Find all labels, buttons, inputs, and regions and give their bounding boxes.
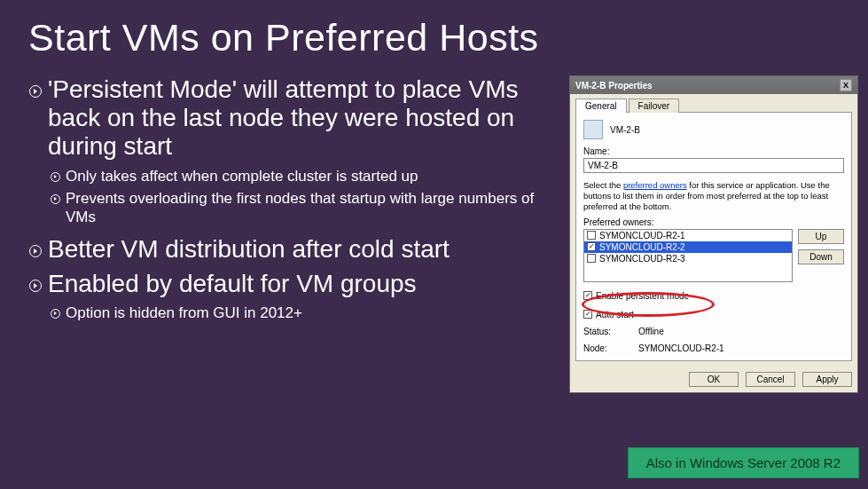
node-label: Node: xyxy=(583,343,621,353)
checkbox-icon[interactable]: ✓ xyxy=(583,291,592,300)
persistent-mode-row[interactable]: ✓ Enable persistent mode xyxy=(583,291,844,301)
arrow-circle-icon xyxy=(50,193,60,204)
bullet-3: Enabled by default for VM groups xyxy=(28,270,560,298)
tab-failover[interactable]: Failover xyxy=(629,99,680,113)
tab-strip: General Failover xyxy=(570,94,857,112)
help-pre: Select the xyxy=(583,180,623,190)
arrow-circle-icon xyxy=(28,84,43,99)
vm-icon xyxy=(583,120,603,139)
persistent-mode-label: Enable persistent mode xyxy=(596,291,689,301)
tab-body-general: VM-2-B Name: Select the preferred owners… xyxy=(575,112,852,361)
preferred-owners-row: SYMONCLOUD-R2-1 ✓ SYMONCLOUD-R2-2 SYMONC… xyxy=(583,229,844,282)
list-item[interactable]: ✓ SYMONCLOUD-R2-2 xyxy=(584,241,792,253)
list-item[interactable]: SYMONCLOUD-R2-1 xyxy=(584,230,792,241)
bullet-1: 'Persistent Mode' will attempt to place … xyxy=(28,75,560,162)
dialog-title-text: VM-2-B Properties xyxy=(575,81,653,91)
bullet-2: Better VM distribution after cold start xyxy=(28,235,560,264)
bullet-3-text: Enabled by default for VM groups xyxy=(48,270,417,298)
owner-name: SYMONCLOUD-R2-3 xyxy=(599,254,685,264)
cancel-button[interactable]: Cancel xyxy=(746,372,795,387)
list-item[interactable]: SYMONCLOUD-R2-3 xyxy=(584,253,792,264)
right-column: VM-2-B Properties X General Failover VM-… xyxy=(569,75,862,393)
dialog-buttons: OK Cancel Apply xyxy=(570,367,857,392)
bullet-1b: Prevents overloading the first nodes tha… xyxy=(50,189,560,227)
preferred-owners-link[interactable]: preferred owners xyxy=(623,180,687,190)
name-input[interactable] xyxy=(583,158,844,173)
checkbox-icon[interactable] xyxy=(587,254,596,263)
arrow-circle-icon xyxy=(28,244,43,258)
tab-general[interactable]: General xyxy=(575,99,627,113)
left-column: 'Persistent Mode' will attempt to place … xyxy=(28,75,569,393)
status-label: Status: xyxy=(583,327,621,336)
dialog-titlebar[interactable]: VM-2-B Properties X xyxy=(570,76,857,94)
vm-label: VM-2-B xyxy=(610,125,640,135)
bullet-3a: Option is hidden from GUI in 2012+ xyxy=(50,304,560,322)
bullet-3a-text: Option is hidden from GUI in 2012+ xyxy=(66,304,302,322)
auto-start-row[interactable]: ✓ Auto start xyxy=(583,310,844,319)
auto-start-label: Auto start xyxy=(596,310,634,319)
arrow-circle-icon xyxy=(50,308,60,319)
preferred-owners-list[interactable]: SYMONCLOUD-R2-1 ✓ SYMONCLOUD-R2-2 SYMONC… xyxy=(583,229,793,282)
arrow-circle-icon xyxy=(28,279,43,293)
close-icon[interactable]: X xyxy=(840,79,852,91)
properties-dialog: VM-2-B Properties X General Failover VM-… xyxy=(569,75,858,393)
bullet-2-text: Better VM distribution after cold start xyxy=(48,235,450,264)
name-label: Name: xyxy=(583,146,844,156)
footer-badge: Also in Windows Server 2008 R2 xyxy=(628,447,859,478)
reorder-buttons: Up Down xyxy=(798,229,844,282)
bullet-1a: Only takes affect when complete cluster … xyxy=(50,167,560,185)
arrow-circle-icon xyxy=(50,171,60,182)
preferred-owners-help: Select the preferred owners for this ser… xyxy=(583,180,844,212)
node-value: SYMONCLOUD-R2-1 xyxy=(638,343,724,353)
status-value: Offline xyxy=(638,327,664,336)
checkbox-icon[interactable] xyxy=(587,231,596,240)
down-button[interactable]: Down xyxy=(798,249,844,264)
checkbox-icon[interactable]: ✓ xyxy=(583,310,592,319)
owner-name: SYMONCLOUD-R2-2 xyxy=(599,242,685,252)
apply-button[interactable]: Apply xyxy=(802,372,852,387)
slide-title: Start VMs on Preferred Hosts xyxy=(0,0,868,59)
ok-button[interactable]: OK xyxy=(689,372,739,387)
up-button[interactable]: Up xyxy=(798,229,844,244)
content-row: 'Persistent Mode' will attempt to place … xyxy=(0,59,868,393)
preferred-owners-label: Preferred owners: xyxy=(583,217,844,227)
vm-header: VM-2-B xyxy=(583,120,844,139)
checkbox-icon[interactable]: ✓ xyxy=(587,242,596,251)
status-row: Status: Offline xyxy=(583,327,844,336)
bullet-1b-text: Prevents overloading the first nodes tha… xyxy=(66,189,560,227)
bullet-1-text: 'Persistent Mode' will attempt to place … xyxy=(48,75,560,162)
bullet-1a-text: Only takes affect when complete cluster … xyxy=(66,167,418,185)
owner-name: SYMONCLOUD-R2-1 xyxy=(599,231,685,241)
node-row: Node: SYMONCLOUD-R2-1 xyxy=(583,343,844,353)
